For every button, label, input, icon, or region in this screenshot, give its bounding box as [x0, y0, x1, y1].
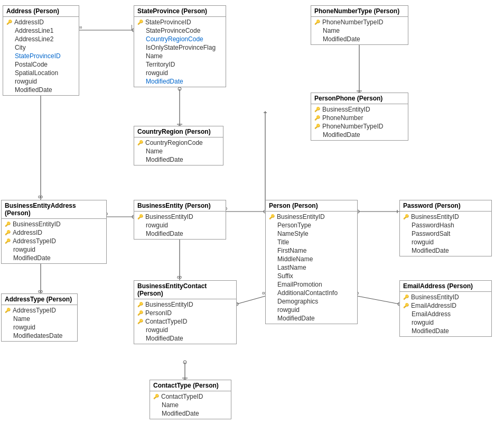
- field-row: Title: [266, 238, 357, 246]
- field-row: PasswordSalt: [400, 229, 491, 238]
- field-row: 🔑PersonID: [134, 309, 236, 317]
- svg-line-41: [358, 296, 399, 304]
- field-name: ModifiedDate: [162, 410, 199, 417]
- entity-personphone: PersonPhone (Person)🔑BusinessEntityID🔑Ph…: [311, 93, 408, 141]
- field-row: FirstName: [266, 246, 357, 255]
- entity-businessentityaddress: BusinessEntityAddress (Person)🔑BusinessE…: [1, 200, 107, 264]
- field-name: Suffix: [277, 272, 293, 280]
- field-name: Name: [146, 148, 163, 155]
- field-row: 🔑BusinessEntityID: [400, 293, 491, 301]
- field-name: PasswordHash: [412, 222, 454, 229]
- key-icon: 🔑: [314, 115, 320, 121]
- field-name: ModifiedDate: [412, 247, 449, 254]
- field-name: FirstName: [277, 247, 306, 254]
- field-name: BusinessEntityID: [13, 221, 61, 228]
- entity-header-addresstype: AddressType (Person): [2, 294, 77, 305]
- field-row: ModifiedDate: [134, 334, 236, 343]
- entity-header-phonenumbertype: PhoneNumberType (Person): [311, 6, 408, 17]
- field-name: ContactTypeID: [161, 393, 203, 400]
- key-icon: 🔑: [5, 222, 11, 227]
- field-row: 🔑AddressID: [2, 228, 106, 237]
- entity-addresstype: AddressType (Person)🔑AddressTypeIDNamero…: [1, 293, 78, 342]
- entity-contacttype: ContactType (Person)🔑ContactTypeIDNameMo…: [150, 380, 231, 419]
- field-name: ModifiedDate: [146, 335, 183, 342]
- entity-countryregion: CountryRegion (Person)🔑CountryRegionCode…: [134, 126, 223, 166]
- field-name: rowguid: [13, 324, 35, 331]
- field-row: TerritoryID: [134, 60, 226, 69]
- entity-header-stateprovince: StateProvince (Person): [134, 6, 226, 17]
- field-name: CountryRegionCode: [146, 35, 203, 43]
- field-row: ModifiedDate: [3, 86, 79, 94]
- field-row: CountryRegionCode: [134, 35, 226, 43]
- field-row: 🔑AddressID: [3, 18, 79, 26]
- entity-password: Password (Person)🔑BusinessEntityIDPasswo…: [399, 200, 492, 256]
- field-row: rowguid: [3, 77, 79, 86]
- field-row: MiddleName: [266, 255, 357, 263]
- entity-header-person: Person (Person): [266, 200, 357, 212]
- field-name: PersonID: [145, 309, 172, 317]
- field-row: ModifiedDate: [150, 409, 231, 418]
- key-icon: 🔑: [137, 140, 143, 145]
- field-name: rowguid: [412, 319, 434, 326]
- field-row: ModifiedDate: [2, 254, 106, 262]
- field-name: BusinessEntityID: [411, 213, 459, 221]
- field-name: SpatialLocation: [15, 69, 58, 77]
- entity-body-personphone: 🔑BusinessEntityID🔑PhoneNumber🔑PhoneNumbe…: [311, 104, 408, 140]
- entity-header-address: Address (Person): [3, 6, 79, 17]
- entity-body-address: 🔑AddressIDAddressLine1AddressLine2CitySt…: [3, 17, 79, 95]
- entity-header-contacttype: ContactType (Person): [150, 380, 231, 391]
- field-name: PasswordSalt: [412, 230, 450, 237]
- field-name: LastName: [277, 264, 306, 271]
- field-row: 🔑PhoneNumberTypeID: [311, 122, 408, 131]
- field-row: ModifiedDate: [311, 35, 408, 43]
- entity-header-password: Password (Person): [400, 200, 491, 212]
- entity-header-emailaddress: EmailAddress (Person): [400, 281, 491, 292]
- field-row: ModifiedDate: [266, 314, 357, 323]
- field-row: rowguid: [134, 221, 226, 229]
- field-row: ModifiedDate: [311, 131, 408, 139]
- key-icon: 🔑: [403, 295, 409, 300]
- field-name: ModifiedDate: [323, 35, 360, 43]
- key-icon: 🔑: [403, 303, 409, 308]
- field-row: IsOnlyStateProvinceFlag: [134, 43, 226, 52]
- field-name: AddressLine1: [15, 27, 53, 34]
- field-name: StateProvinceID: [15, 52, 61, 60]
- key-icon: 🔑: [137, 302, 143, 307]
- field-name: ModifiedDate: [412, 327, 449, 335]
- field-row: Name: [150, 401, 231, 409]
- entity-person: Person (Person)🔑BusinessEntityIDPersonTy…: [265, 200, 358, 324]
- field-name: AddressLine2: [15, 35, 53, 43]
- entity-header-businessentitycontact: BusinessEntityContact (Person): [134, 281, 236, 299]
- field-row: 🔑StateProvinceID: [134, 18, 226, 26]
- key-icon: 🔑: [314, 124, 320, 129]
- key-icon: 🔑: [403, 214, 409, 219]
- field-name: AddressTypeID: [13, 237, 56, 245]
- field-name: PhoneNumber: [322, 114, 363, 122]
- field-row: AddressLine1: [3, 26, 79, 35]
- key-icon: 🔑: [314, 107, 320, 112]
- key-icon: 🔑: [5, 308, 11, 313]
- field-name: Name: [146, 52, 163, 60]
- field-row: 🔑BusinessEntityID: [134, 213, 226, 221]
- entity-businessentitycontact: BusinessEntityContact (Person)🔑BusinessE…: [134, 280, 237, 344]
- field-row: ModifiedDate: [134, 155, 223, 164]
- field-name: Title: [277, 238, 289, 246]
- field-row: 🔑BusinessEntityID: [266, 213, 357, 221]
- entity-businessentity: BusinessEntity (Person)🔑BusinessEntityID…: [134, 200, 226, 240]
- field-row: rowguid: [134, 69, 226, 77]
- key-icon: 🔑: [137, 214, 143, 219]
- field-row: PasswordHash: [400, 221, 491, 229]
- entity-header-personphone: PersonPhone (Person): [311, 93, 408, 104]
- field-row: 🔑PhoneNumber: [311, 114, 408, 122]
- key-icon: 🔑: [314, 20, 320, 25]
- entity-emailaddress: EmailAddress (Person)🔑BusinessEntityID🔑E…: [399, 280, 492, 337]
- entity-body-contacttype: 🔑ContactTypeIDNameModifiedDate: [150, 391, 231, 419]
- field-name: ContactTypeID: [145, 318, 187, 325]
- field-row: SpatialLocation: [3, 69, 79, 77]
- field-row: StateProvinceCode: [134, 26, 226, 35]
- entity-body-person: 🔑BusinessEntityIDPersonTypeNameStyleTitl…: [266, 212, 357, 324]
- field-row: 🔑AddressTypeID: [2, 237, 106, 245]
- svg-text:|: |: [131, 24, 133, 30]
- field-name: EmailAddressID: [411, 302, 456, 309]
- field-name: ModifiedDate: [146, 78, 183, 85]
